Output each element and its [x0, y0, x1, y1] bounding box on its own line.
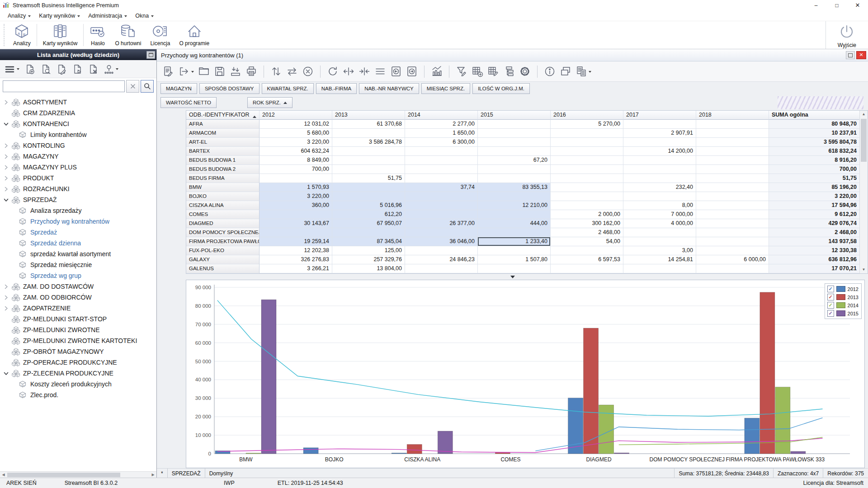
scrollbar-thumb[interactable]: [7, 473, 120, 477]
value-cell[interactable]: 612,20: [332, 210, 405, 219]
value-cell[interactable]: 6 000,00: [696, 255, 769, 264]
minimize-button[interactable]: –: [806, 0, 826, 11]
value-cell[interactable]: 5 016,96: [332, 201, 405, 210]
value-cell[interactable]: 19 259,14: [259, 237, 332, 246]
legend-item[interactable]: ✓2014: [827, 302, 859, 309]
sidebar-tool-menu-button[interactable]: [5, 64, 19, 75]
sidebar-tool-new-analysis-button[interactable]: [24, 64, 35, 75]
tree-item[interactable]: ABKoszty zleceń produkcyjnych: [0, 379, 156, 389]
scroll-down-icon[interactable]: ▼: [860, 266, 868, 273]
column-header[interactable]: 2017: [623, 111, 696, 120]
value-cell[interactable]: [478, 138, 551, 147]
toolbar-grid-edit-button[interactable]: [487, 66, 499, 77]
value-cell[interactable]: [259, 210, 332, 219]
table-vertical-scrollbar[interactable]: ▲ ▼: [859, 111, 868, 273]
table-chart-splitter[interactable]: [157, 274, 868, 280]
value-cell[interactable]: [405, 165, 478, 174]
value-cell[interactable]: 67 950,07: [332, 219, 405, 228]
value-cell[interactable]: [259, 228, 332, 237]
scroll-left-icon[interactable]: ◀: [0, 472, 7, 478]
value-cell[interactable]: [623, 120, 696, 129]
value-cell[interactable]: 36 046,00: [405, 237, 478, 246]
toolbar-drill-out-button[interactable]: [406, 66, 418, 77]
sum-cell[interactable]: 51,75: [769, 174, 860, 183]
legend-item[interactable]: ✓2012: [827, 286, 859, 292]
tree-item[interactable]: ABsprzedaż kwartał asortyment: [0, 249, 156, 259]
tree-item[interactable]: ZP-MELDUNKI START-STOP: [0, 314, 156, 324]
tree-item[interactable]: ROZRACHUNKI: [0, 183, 156, 194]
value-cell[interactable]: [551, 201, 623, 210]
sum-cell[interactable]: 12 330,38: [769, 246, 860, 255]
scroll-right-icon[interactable]: ▶: [150, 472, 156, 478]
filter-dimension-button[interactable]: NAB.-FIRMA: [316, 83, 357, 94]
tree-expand-icon[interactable]: [3, 295, 9, 300]
tree-expand-icon[interactable]: [3, 306, 9, 311]
toolbar-hierarchy-button[interactable]: [503, 66, 515, 77]
value-cell[interactable]: 61 370,68: [332, 120, 405, 129]
sum-cell[interactable]: 17 594,96: [769, 201, 860, 210]
tree-expand-icon[interactable]: [3, 154, 9, 159]
value-cell[interactable]: 7 000,00: [623, 210, 696, 219]
row-label-cell[interactable]: ART-EL: [186, 138, 259, 147]
value-cell[interactable]: [696, 192, 769, 201]
filter-dimension-button[interactable]: NAB.-NR NABYWCY: [359, 83, 419, 94]
value-cell[interactable]: [623, 165, 696, 174]
toolbar-report-edit-button[interactable]: [162, 66, 174, 77]
toolbar-rows-button[interactable]: [374, 66, 386, 77]
value-cell[interactable]: 26 377,00: [405, 219, 478, 228]
value-cell[interactable]: 257 329,76: [332, 255, 405, 264]
value-cell[interactable]: [623, 192, 696, 201]
value-cell[interactable]: 2 000,00: [551, 210, 623, 219]
legend-checkbox-icon[interactable]: ✓: [827, 310, 834, 317]
column-header[interactable]: 2012: [259, 111, 332, 120]
tree-item[interactable]: ABSprzedaż wg grup: [0, 270, 156, 281]
value-cell[interactable]: [696, 246, 769, 255]
restore-window-icon[interactable]: [846, 51, 855, 59]
maximize-button[interactable]: □: [826, 0, 847, 11]
toolbar-info-button[interactable]: [544, 66, 556, 77]
row-label-cell[interactable]: FIRMA PROJEKTOWA PAWŁOWSK 333: [186, 237, 259, 246]
sum-cell[interactable]: 3 220,00: [769, 192, 860, 201]
value-cell[interactable]: [551, 246, 623, 255]
toolbar-drill-in-button[interactable]: [390, 66, 402, 77]
toolbar-save-button[interactable]: [214, 66, 226, 77]
value-cell[interactable]: [332, 183, 405, 192]
row-label-cell[interactable]: BOJKO: [186, 192, 259, 201]
value-cell[interactable]: [696, 147, 769, 156]
value-cell[interactable]: 30 143,67: [259, 219, 332, 228]
toolbar-password-button[interactable]: Hasło: [85, 21, 110, 49]
value-cell[interactable]: 1 570,93: [259, 183, 332, 192]
value-cell[interactable]: 5 270,00: [551, 120, 623, 129]
value-cell[interactable]: 3 220,00: [259, 192, 332, 201]
toolbar-swap-axes-button[interactable]: [286, 66, 298, 77]
filter-dimension-button[interactable]: MAGAZYN: [160, 83, 197, 94]
row-label-cell[interactable]: AFRA: [186, 120, 259, 129]
value-cell[interactable]: 3 586 284,78: [332, 138, 405, 147]
toolbar-exit-button[interactable]: Wyjście: [826, 21, 868, 49]
sum-cell[interactable]: 143 937,58: [769, 237, 860, 246]
close-analysis-button[interactable]: ✕: [856, 51, 866, 59]
row-label-cell[interactable]: BEDUS BUDOWA 2: [186, 165, 259, 174]
value-cell[interactable]: [405, 201, 478, 210]
value-cell[interactable]: 24 846,23: [405, 255, 478, 264]
sidebar-tool-delete-analysis-button[interactable]: [88, 64, 99, 75]
toolbar-export-button[interactable]: [178, 66, 194, 77]
value-cell[interactable]: [623, 138, 696, 147]
legend-checkbox-icon[interactable]: ✓: [827, 294, 834, 300]
filter-dimension-button[interactable]: MIESIĄC SPRZ.: [421, 83, 470, 94]
tree-item[interactable]: SPRZEDAŻ: [0, 194, 156, 205]
tree-item[interactable]: ABSprzedaż miesięcznie: [0, 259, 156, 270]
column-header[interactable]: 2013: [332, 111, 405, 120]
tree-item[interactable]: KONTROLING: [0, 140, 156, 151]
menu-karty-wynik-w[interactable]: Karty wyników: [35, 12, 84, 20]
row-label-cell[interactable]: BMW: [186, 183, 259, 192]
toolbar-license-cd-button[interactable]: Licencja: [146, 21, 175, 49]
toolbar-cancel-button[interactable]: [302, 66, 314, 77]
value-cell[interactable]: [478, 264, 551, 273]
value-cell[interactable]: [696, 210, 769, 219]
legend-checkbox-icon[interactable]: ✓: [827, 302, 834, 309]
sum-cell[interactable]: 80 948,70: [769, 120, 860, 129]
value-cell[interactable]: [623, 156, 696, 165]
menu-okna[interactable]: Okna: [131, 12, 158, 20]
sum-column-header[interactable]: SUMA ogólna: [769, 111, 860, 120]
